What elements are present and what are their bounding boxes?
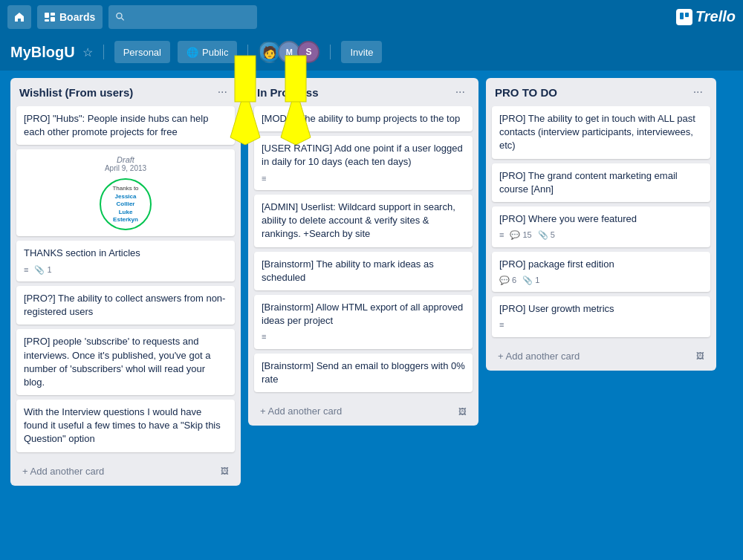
list-footer-wishlist: + Add another card 🖼 bbox=[10, 457, 241, 486]
card-pt1[interactable]: [PRO] The ability to get in touch with A… bbox=[492, 106, 710, 159]
add-card-protodo-label: + Add another card bbox=[498, 351, 580, 362]
card-meta-pt3: ≡ 💬 15 📎 5 bbox=[499, 229, 703, 241]
svg-rect-0 bbox=[45, 13, 49, 18]
list-menu-protodo[interactable]: ··· bbox=[689, 84, 707, 100]
attachment-pt4: 📎 1 bbox=[522, 275, 539, 286]
board-content: Wishlist (From users) ··· [PRO] "Hubs": … bbox=[0, 71, 743, 560]
add-card-inprogress[interactable]: + Add another card 🖼 bbox=[254, 401, 473, 421]
svg-line-5 bbox=[122, 18, 124, 20]
card-meta-ip2: ≡ bbox=[262, 173, 465, 184]
search-input[interactable] bbox=[131, 11, 250, 22]
card-pt5[interactable]: [PRO] User growth metrics ≡ bbox=[492, 296, 710, 337]
svg-point-4 bbox=[117, 13, 122, 19]
avatar-s: S bbox=[297, 41, 319, 63]
card-meta-ip5: ≡ bbox=[262, 331, 465, 342]
card-text-pt4: [PRO] package first edition bbox=[499, 258, 614, 270]
avatar-group: 🧑 M S bbox=[259, 41, 319, 63]
card-meta-pt4: 💬 6 📎 1 bbox=[499, 275, 703, 286]
home-icon bbox=[14, 12, 25, 22]
list-footer-protodo: + Add another card 🖼 bbox=[486, 342, 716, 371]
list-cards-wishlist: [PRO] "Hubs": People inside hubs can hel… bbox=[10, 106, 241, 457]
card-ip6[interactable]: [Brainstorm] Send an email to bloggers w… bbox=[254, 354, 473, 392]
list-title-wishlist: Wishlist (From users) bbox=[19, 86, 133, 99]
draft-name1: Jessica Collier bbox=[115, 193, 137, 207]
svg-rect-6 bbox=[680, 13, 684, 19]
card-text-ip3: [ADMIN] Userlist: Wildcard support in se… bbox=[262, 201, 455, 239]
card-text-ip5: [Brainstorm] Allow HTML export of all ap… bbox=[262, 302, 463, 326]
search-icon bbox=[116, 12, 125, 22]
personal-button[interactable]: Personal bbox=[114, 41, 170, 63]
draft-circle: Thanks to Jessica Collier Luke Esterkyn bbox=[100, 178, 152, 230]
list-icon-ip5: ≡ bbox=[262, 331, 266, 342]
header-divider-1 bbox=[103, 45, 104, 59]
boards-icon bbox=[45, 13, 55, 22]
list-icon-w3: ≡ bbox=[24, 264, 28, 276]
globe-icon: 🌐 bbox=[186, 47, 198, 58]
add-card-inprogress-label: + Add another card bbox=[260, 406, 342, 417]
list-menu-wishlist[interactable]: ··· bbox=[213, 84, 232, 100]
comment-pt4: 💬 6 bbox=[499, 275, 516, 286]
card-w6[interactable]: With the Interview questions I would hav… bbox=[16, 400, 235, 452]
list-protodo: PRO TO DO ··· [PRO] The ability to get i… bbox=[486, 78, 716, 371]
card-text-pt2: [PRO] The grand content marketing email … bbox=[499, 170, 678, 195]
card-text-w3: THANKS section in Articles bbox=[24, 247, 140, 258]
card-pt3[interactable]: [PRO] Where you were featured ≡ 💬 15 📎 5 bbox=[492, 206, 710, 247]
list-menu-inprogress[interactable]: ··· bbox=[451, 84, 470, 100]
home-button[interactable] bbox=[7, 5, 31, 29]
svg-rect-1 bbox=[51, 13, 55, 16]
draft-name2: Luke Esterkyn bbox=[113, 209, 138, 223]
board-header: MyBlogU ☆ Personal 🌐 Public 🧑 M S Invite bbox=[0, 33, 743, 71]
add-card-wishlist[interactable]: + Add another card 🖼 bbox=[16, 461, 235, 481]
card-ip1[interactable]: [MODS} The ability to bump projects to t… bbox=[254, 106, 473, 131]
search-bar[interactable] bbox=[108, 5, 257, 29]
card-text-ip6: [Brainstorm] Send an email to bloggers w… bbox=[262, 360, 465, 385]
list-icon-pt5: ≡ bbox=[499, 319, 504, 331]
card-text-w5: [PRO] people 'subscribe' to requests and… bbox=[24, 336, 210, 388]
invite-button[interactable]: Invite bbox=[341, 41, 382, 63]
card-text-w6: With the Interview questions I would hav… bbox=[24, 406, 221, 444]
card-ip3[interactable]: [ADMIN] Userlist: Wildcard support in se… bbox=[254, 195, 473, 247]
list-footer-inprogress: + Add another card 🖼 bbox=[248, 397, 478, 426]
card-pt4[interactable]: [PRO] package first edition 💬 6 📎 1 bbox=[492, 252, 710, 293]
attachment-pt3: 📎 5 bbox=[538, 229, 555, 241]
card-meta-w3: ≡ 📎 1 bbox=[24, 264, 227, 276]
add-card-icon-inprogress: 🖼 bbox=[458, 407, 467, 416]
card-w3[interactable]: THANKS section in Articles ≡ 📎 1 bbox=[16, 241, 235, 281]
personal-label: Personal bbox=[123, 47, 161, 58]
card-text-pt1: [PRO] The ability to get in touch with A… bbox=[499, 113, 695, 151]
list-title-protodo: PRO TO DO bbox=[495, 86, 557, 99]
list-cards-protodo: [PRO] The ability to get in touch with A… bbox=[486, 106, 716, 342]
header-divider-2 bbox=[247, 45, 248, 59]
public-button[interactable]: 🌐 Public bbox=[178, 41, 237, 63]
card-pt2[interactable]: [PRO] The grand content marketing email … bbox=[492, 163, 710, 202]
card-text-w1: [PRO] "Hubs": People inside hubs can hel… bbox=[24, 113, 208, 137]
card-w1[interactable]: [PRO] "Hubs": People inside hubs can hel… bbox=[16, 106, 235, 145]
add-card-wishlist-label: + Add another card bbox=[22, 466, 104, 477]
card-meta-pt5: ≡ bbox=[499, 319, 703, 331]
draft-thanks: Thanks to Jessica Collier Luke Esterkyn bbox=[106, 185, 146, 224]
card-w2-draft[interactable]: Draft April 9, 2013 Thanks to Jessica Co… bbox=[16, 149, 235, 236]
card-text-ip1: [MODS} The ability to bump projects to t… bbox=[262, 113, 460, 124]
list-header-protodo: PRO TO DO ··· bbox=[486, 78, 716, 106]
boards-button[interactable]: Boards bbox=[37, 5, 103, 29]
attachment-w3: 📎 1 bbox=[34, 264, 51, 276]
card-ip2[interactable]: [USER RATING] Add one point if a user lo… bbox=[254, 136, 473, 190]
board-title: MyBlogU bbox=[10, 44, 75, 61]
invite-label: Invite bbox=[350, 47, 373, 58]
list-title-inprogress: In Progress bbox=[257, 86, 319, 99]
list-inprogress: In Progress ··· [MODS} The ability to bu… bbox=[248, 78, 478, 426]
card-w5[interactable]: [PRO] people 'subscribe' to requests and… bbox=[16, 329, 235, 395]
add-card-protodo[interactable]: + Add another card 🖼 bbox=[492, 346, 710, 366]
svg-rect-3 bbox=[51, 17, 55, 22]
card-w4[interactable]: [PRO?] The ability to collect answers fr… bbox=[16, 286, 235, 325]
card-ip4[interactable]: [Brainstorm] The ability to mark ideas a… bbox=[254, 252, 473, 290]
star-button[interactable]: ☆ bbox=[82, 45, 93, 59]
public-label: Public bbox=[202, 47, 228, 58]
card-text-ip2: [USER RATING] Add one point if a user lo… bbox=[262, 143, 463, 167]
card-text-ip4: [Brainstorm] The ability to mark ideas a… bbox=[262, 258, 434, 283]
card-ip5[interactable]: [Brainstorm] Allow HTML export of all ap… bbox=[254, 295, 473, 349]
boards-label: Boards bbox=[59, 11, 95, 23]
list-cards-inprogress: [MODS} The ability to bump projects to t… bbox=[248, 106, 478, 397]
draft-label: Draft bbox=[24, 155, 227, 164]
list-header-wishlist: Wishlist (From users) ··· bbox=[10, 78, 241, 106]
